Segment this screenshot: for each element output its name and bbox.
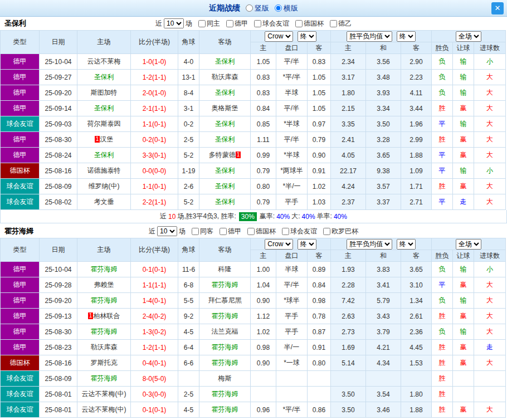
match-scope-select[interactable]: 全场 (456, 239, 481, 250)
section-bar: 霍芬海姆 近 10 场 同客 德甲 德国杯 球会友谊 欧罗巴杯 (0, 224, 507, 238)
competition-type: 德甲 (1, 277, 40, 293)
bookmaker-select[interactable]: Crow (265, 31, 293, 42)
result-handicap: 赢 (453, 340, 474, 355)
league-checkbox[interactable] (282, 228, 289, 235)
close-icon[interactable]: ✕ (491, 2, 504, 14)
competition-type: 德甲 (1, 340, 40, 355)
avg-home: 3.50 (331, 387, 366, 402)
league-checkbox[interactable] (295, 20, 303, 27)
odds-line: *平/半 (276, 70, 308, 85)
recent-count-select[interactable]: 10 (157, 226, 177, 236)
odds-line: 半/一 (276, 340, 308, 355)
odds-stage-select[interactable]: 终 (298, 239, 316, 250)
team-name-text: 霍芬海姆 (91, 296, 118, 304)
competition-type: 德甲 (1, 85, 40, 101)
bookmaker-select[interactable]: Crow (265, 239, 293, 250)
league-checkbox[interactable] (226, 20, 233, 27)
team-title: 霍芬海姆 (4, 224, 33, 238)
col-score: 比分(半场) (131, 238, 178, 262)
home-team: 霍芬海姆 (77, 324, 131, 340)
competition-type: 球会友谊 (1, 194, 40, 210)
filter-league-1[interactable]: 德甲 (220, 227, 241, 236)
horizontal-radio[interactable] (275, 4, 282, 12)
match-scope-select[interactable]: 全场 (456, 31, 481, 42)
filter-same-venue[interactable]: 同主 (198, 19, 220, 28)
vertical-radio[interactable] (246, 4, 253, 12)
odds-home: 0.96 (251, 402, 276, 418)
filter-league-2[interactable]: 球会友谊 (254, 19, 289, 28)
col-corner: 角球 (178, 31, 199, 54)
avg-draw: 3.37 (366, 194, 401, 210)
avg-home (331, 371, 366, 387)
result-handicap: 输 (453, 262, 474, 277)
filter-bar: 近 10 场 同主 德甲 球会友谊 德国杯 德乙 (155, 18, 352, 28)
avg-stage-select[interactable]: 终 (397, 31, 416, 42)
result-wdl: 负 (432, 293, 453, 309)
col-odds-home: 主 (251, 250, 276, 262)
odds-away: 0.91 (308, 163, 331, 179)
result-handicap (453, 371, 474, 387)
result-wdl: 平 (432, 148, 453, 163)
match-score: 1-1(0-1) (131, 116, 178, 132)
col-date: 日期 (40, 238, 77, 262)
filter-league-2[interactable]: 德国杯 (247, 227, 276, 236)
match-row: 德甲25-09-14圣保利2-1(1-1)3-1奥格斯堡0.84平/半1.052… (1, 101, 506, 116)
avg-stage-select[interactable]: 终 (397, 239, 416, 250)
home-team: 圣保利 (77, 101, 131, 116)
match-row: 球会友谊25-08-01云达不莱梅(中)0-1(0-1)4-5霍芬海姆0.96*… (1, 402, 506, 418)
league-checkbox[interactable] (220, 228, 227, 235)
odds-away (308, 387, 331, 402)
home-team: 云达不莱梅(中) (77, 402, 131, 418)
odds-away: 0.84 (308, 277, 331, 293)
home-team: 1汉堡 (77, 132, 131, 148)
filter-league-4[interactable]: 欧罗巴杯 (323, 227, 358, 236)
league-checkbox[interactable] (254, 20, 261, 27)
same-venue-checkbox[interactable] (192, 228, 199, 235)
filter-same-venue[interactable]: 同客 (192, 227, 213, 236)
col-score: 比分(半场) (131, 31, 178, 54)
summary-row: 近10场,胜3平4负3, 胜率: 30% 赢率:40% 大:40% 单率:40% (0, 210, 507, 223)
league-checkbox[interactable] (247, 228, 255, 235)
avg-odds-select[interactable]: 胜平负均值 (347, 31, 392, 42)
odds-line: 半球 (276, 262, 308, 277)
home-team: 勒沃库森 (77, 340, 131, 355)
team-name-text: 汉堡 (100, 135, 113, 143)
match-score: 3-3(0-1) (131, 148, 178, 163)
filter-league-3[interactable]: 德国杯 (295, 19, 324, 28)
match-date: 25-08-30 (40, 132, 77, 148)
away-team: 圣保利 (199, 85, 251, 101)
odds-stage-select[interactable]: 终 (298, 31, 316, 42)
corner-score: 6-8 (178, 277, 199, 293)
team-name-text: 霍芬海姆 (212, 359, 238, 367)
match-row: 德甲25-09-131柏林联合2-4(0-2)9-2霍芬海姆1.12平手0.78… (1, 309, 506, 324)
col-type: 类型 (1, 31, 40, 54)
avg-away: 1.96 (401, 116, 432, 132)
result-goals: 大 (474, 277, 506, 293)
team-name-text: 圣保利 (215, 89, 235, 96)
odds-line: 平手 (276, 324, 308, 340)
avg-draw: 3.65 (366, 148, 401, 163)
col-home: 主场 (77, 238, 131, 262)
filter-league-1[interactable]: 德甲 (226, 19, 248, 28)
match-date: 25-10-04 (40, 262, 77, 277)
filter-league-4[interactable]: 德乙 (330, 19, 352, 28)
result-goals: 大 (474, 194, 506, 210)
competition-type: 德甲 (1, 132, 40, 148)
odds-away: 0.79 (308, 132, 331, 148)
league-checkbox[interactable] (323, 228, 330, 235)
matches-table: 类型 日期 主场 比分(半场) 角球 客场 Crow 终 胜平负均值 终 全场 (0, 238, 506, 418)
odds-away: 0.80 (308, 355, 331, 371)
avg-home: 1.93 (331, 262, 366, 277)
league-checkbox[interactable] (330, 20, 337, 27)
recent-count-select[interactable]: 10 (164, 18, 184, 28)
same-venue-checkbox[interactable] (198, 20, 206, 27)
result-goals: 大 (474, 309, 506, 324)
match-score: 1-1(1-1) (131, 277, 178, 293)
result-scope-header: 全场 (432, 238, 506, 250)
col-away: 客场 (199, 31, 251, 54)
avg-odds-select[interactable]: 胜平负均值 (347, 239, 392, 250)
away-team: 圣保利 (199, 179, 251, 194)
filter-league-3[interactable]: 球会友谊 (282, 227, 317, 236)
layout-horizontal-option[interactable]: 横版 (275, 3, 298, 13)
layout-vertical-option[interactable]: 竖版 (246, 3, 269, 13)
